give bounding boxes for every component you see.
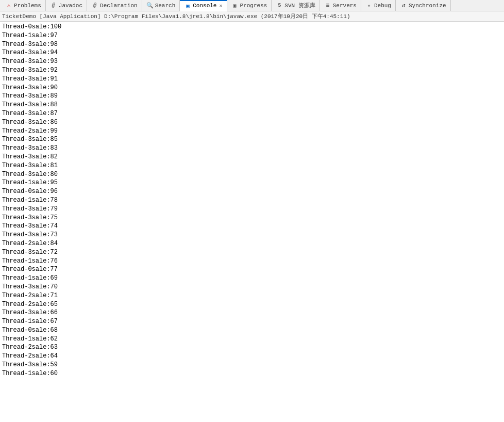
- console-line: Thread-2sale:63: [2, 343, 502, 352]
- console-line: Thread-1sale:69: [2, 274, 502, 283]
- console-line: Thread-1sale:78: [2, 196, 502, 205]
- tab-bar: ⚠ Problems @ Javadoc @ Declaration 🔍 Sea…: [0, 0, 504, 11]
- servers-icon: ≡: [324, 2, 331, 9]
- javadoc-icon: @: [50, 2, 57, 9]
- console-line: Thread-3sale:98: [2, 40, 502, 49]
- console-line: Thread-3sale:73: [2, 231, 502, 239]
- console-line: Thread-0sale:68: [2, 326, 502, 335]
- console-lines: Thread-0sale:100Thread-1sale:97Thread-3s…: [2, 23, 502, 378]
- console-line: Thread-3sale:72: [2, 248, 502, 257]
- tab-synchronize-label: Synchronize: [409, 3, 446, 9]
- console-line: Thread-2sale:84: [2, 239, 502, 248]
- status-text: TicketDemo [Java Application] D:\Program…: [2, 12, 350, 20]
- tab-console-label: Console: [193, 3, 216, 9]
- console-line: Thread-3sale:70: [2, 283, 502, 291]
- console-line: Thread-2sale:99: [2, 127, 502, 136]
- tab-svn-label: SVN 资源库: [284, 2, 315, 9]
- debug-icon: ✦: [365, 2, 373, 9]
- console-line: Thread-0sale:77: [2, 265, 502, 274]
- console-line: Thread-0sale:96: [2, 187, 502, 196]
- console-line: Thread-1sale:67: [2, 317, 502, 326]
- tab-progress-label: Progress: [240, 3, 267, 9]
- console-line: Thread-3sale:80: [2, 170, 502, 179]
- console-line: Thread-3sale:59: [2, 361, 502, 369]
- console-line: Thread-3sale:86: [2, 118, 502, 127]
- tab-progress[interactable]: ▣ Progress: [227, 0, 272, 11]
- console-line: Thread-3sale:90: [2, 84, 502, 92]
- tab-search[interactable]: 🔍 Search: [142, 0, 180, 11]
- console-line: Thread-1sale:76: [2, 257, 502, 266]
- tab-problems[interactable]: ⚠ Problems: [1, 0, 46, 11]
- console-line: Thread-3sale:93: [2, 57, 502, 66]
- tab-servers[interactable]: ≡ Servers: [320, 0, 361, 11]
- progress-icon: ▣: [231, 2, 239, 9]
- status-bar: TicketDemo [Java Application] D:\Program…: [0, 11, 504, 22]
- console-line: Thread-3sale:91: [2, 75, 502, 84]
- console-line: Thread-3sale:83: [2, 144, 502, 153]
- tab-javadoc-label: Javadoc: [59, 3, 82, 9]
- tab-declaration-label: Declaration: [100, 3, 138, 9]
- svn-icon: S: [276, 2, 283, 9]
- problems-icon: ⚠: [5, 2, 12, 9]
- tab-servers-label: Servers: [333, 3, 357, 9]
- tab-svn[interactable]: S SVN 资源库: [272, 0, 320, 11]
- console-line: Thread-3sale:66: [2, 309, 502, 317]
- tab-problems-label: Problems: [14, 3, 41, 9]
- tab-debug-label: Debug: [374, 3, 391, 9]
- search-icon: 🔍: [146, 2, 154, 9]
- declaration-icon: @: [91, 2, 98, 9]
- console-output[interactable]: Thread-0sale:100Thread-1sale:97Thread-3s…: [0, 22, 504, 422]
- console-line: Thread-2sale:71: [2, 291, 502, 300]
- console-line: Thread-2sale:64: [2, 352, 502, 361]
- console-icon: ▣: [184, 2, 191, 9]
- console-line: Thread-3sale:89: [2, 92, 502, 101]
- console-line: Thread-3sale:74: [2, 222, 502, 231]
- console-line: Thread-3sale:88: [2, 101, 502, 109]
- tab-debug[interactable]: ✦ Debug: [361, 0, 396, 11]
- console-line: Thread-3sale:81: [2, 161, 502, 170]
- console-line: Thread-3sale:92: [2, 66, 502, 75]
- console-line: Thread-3sale:87: [2, 109, 502, 118]
- console-line: Thread-0sale:100: [2, 23, 502, 31]
- console-close-icon[interactable]: ✕: [219, 3, 222, 9]
- console-line: Thread-3sale:82: [2, 153, 502, 161]
- console-line: Thread-1sale:95: [2, 178, 502, 187]
- tab-search-label: Search: [155, 3, 176, 9]
- tab-javadoc[interactable]: @ Javadoc: [46, 0, 87, 11]
- console-line: Thread-3sale:85: [2, 135, 502, 144]
- console-line: Thread-3sale:75: [2, 214, 502, 222]
- console-line: Thread-1sale:97: [2, 31, 502, 40]
- tab-console[interactable]: ▣ Console ✕: [180, 0, 227, 11]
- console-line: Thread-1sale:60: [2, 369, 502, 378]
- synchronize-icon: ↺: [400, 2, 407, 9]
- console-line: Thread-3sale:79: [2, 205, 502, 214]
- tab-declaration[interactable]: @ Declaration: [87, 0, 142, 11]
- console-line: Thread-2sale:65: [2, 300, 502, 309]
- tab-synchronize[interactable]: ↺ Synchronize: [396, 0, 451, 11]
- console-line: Thread-3sale:94: [2, 48, 502, 57]
- console-line: Thread-1sale:62: [2, 335, 502, 344]
